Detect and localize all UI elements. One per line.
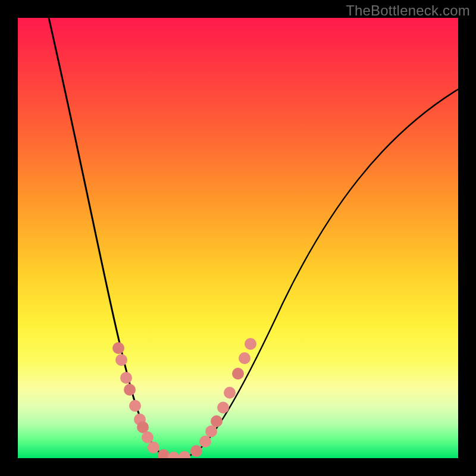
marker-dot [199, 436, 211, 447]
marker-dot [112, 342, 124, 354]
marker-dot [168, 452, 180, 458]
curve-svg [18, 18, 458, 458]
marker-dot [137, 421, 149, 433]
marker-dot [115, 354, 127, 366]
marker-dot [190, 445, 202, 457]
marker-dot [205, 425, 217, 437]
plot-area [18, 18, 458, 458]
marker-dot [245, 338, 256, 350]
marker-dot [224, 387, 236, 399]
marker-dot [158, 449, 170, 458]
marker-dot [129, 400, 141, 412]
chart-frame: TheBottleneck.com [0, 0, 476, 476]
marker-dot [142, 431, 154, 443]
marker-dot [120, 372, 132, 384]
watermark-text: TheBottleneck.com [346, 2, 470, 19]
marker-dot [217, 402, 229, 414]
marker-dot [232, 368, 244, 380]
marker-dot [124, 384, 136, 396]
marker-dot [178, 451, 190, 458]
left-curve-path [49, 18, 178, 458]
marker-dot [211, 415, 223, 427]
marker-dot [148, 441, 159, 453]
marker-dot [239, 352, 250, 364]
